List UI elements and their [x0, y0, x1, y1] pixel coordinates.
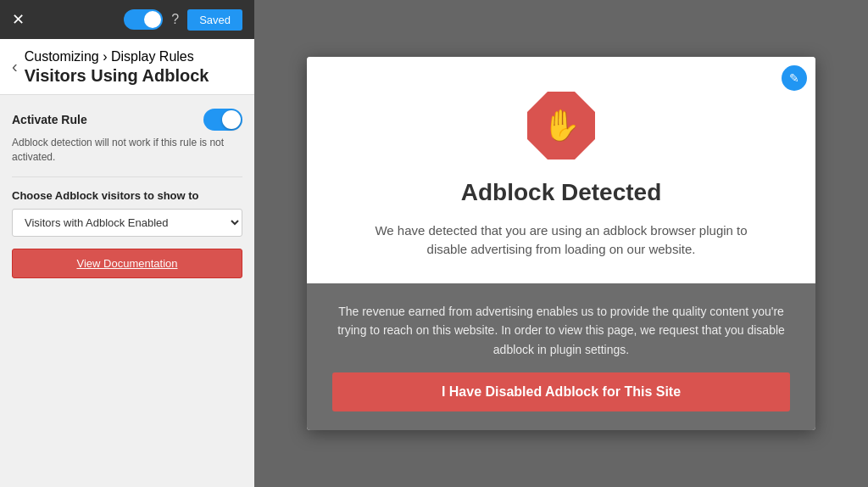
breadcrumb: Customizing › Display Rules Visitors Usi…	[25, 49, 209, 86]
saved-button[interactable]: Saved	[187, 9, 242, 31]
sidebar-header-bar: ✕ ? Saved	[0, 0, 254, 39]
breadcrumb-prefix: Customizing › Display Rules	[25, 49, 209, 64]
sidebar-content: Activate Rule Adblock detection will not…	[0, 95, 254, 292]
stop-sign-icon: ✋	[523, 87, 599, 164]
stop-octagon: ✋	[527, 92, 595, 160]
activate-rule-label: Activate Rule	[12, 113, 87, 126]
edit-icon-button[interactable]: ✎	[782, 65, 807, 91]
sidebar: ✕ ? Saved ‹ Customizing › Display Rules …	[0, 0, 254, 487]
breadcrumb-section: ‹ Customizing › Display Rules Visitors U…	[0, 39, 254, 95]
activate-rule-description: Adblock detection will not work if this …	[12, 136, 242, 165]
help-icon[interactable]: ?	[171, 12, 179, 27]
header-controls: ? Saved	[124, 9, 242, 31]
adblock-card: ✎ ✋ Adblock Detected We have detected th…	[307, 57, 815, 430]
choose-label: Choose Adblock visitors to show to	[12, 189, 242, 202]
hand-icon: ✋	[542, 110, 581, 141]
close-button[interactable]: ✕	[12, 12, 25, 27]
header-toggle[interactable]	[124, 9, 163, 30]
divider	[12, 176, 242, 177]
main-preview: ✎ ✋ Adblock Detected We have detected th…	[254, 0, 868, 487]
adblock-card-description: We have detected that you are using an a…	[375, 221, 748, 260]
choose-section: Choose Adblock visitors to show to Visit…	[12, 189, 242, 237]
card-top: ✋ Adblock Detected We have detected that…	[307, 57, 815, 283]
activate-rule-toggle[interactable]	[203, 109, 242, 131]
card-bottom-text: The revenue earned from advertising enab…	[332, 302, 790, 359]
pencil-icon: ✎	[789, 71, 799, 85]
card-bottom: The revenue earned from advertising enab…	[307, 283, 815, 430]
activate-rule-section: Activate Rule Adblock detection will not…	[12, 109, 242, 165]
view-documentation-button[interactable]: View Documentation	[12, 249, 242, 278]
page-title: Visitors Using Adblock	[25, 66, 209, 86]
adblock-card-title: Adblock Detected	[461, 179, 662, 206]
adblock-visitors-select[interactable]: Visitors with Adblock Enabled Visitors w…	[12, 209, 242, 237]
disable-adblock-button[interactable]: I Have Disabled Adblock for This Site	[332, 372, 790, 411]
back-button[interactable]: ‹	[12, 58, 18, 75]
activate-rule-header: Activate Rule	[12, 109, 242, 131]
